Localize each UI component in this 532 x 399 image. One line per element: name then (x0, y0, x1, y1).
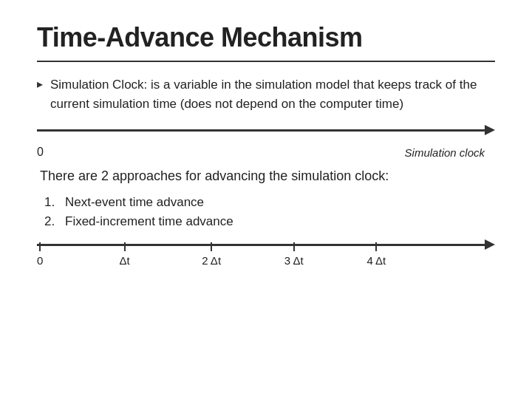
timeline2-line (37, 244, 485, 246)
timeline1: 0 Simulation clock (37, 125, 495, 146)
list-item: 1. Next-event time advance (44, 195, 495, 210)
tick-label-0: 0 (37, 254, 43, 267)
approaches-section: There are 2 approaches for advancing the… (37, 166, 495, 229)
timeline1-line (37, 129, 485, 132)
bullet-icon: ▸ (37, 77, 43, 91)
tick-1: Δt (120, 242, 130, 267)
tick-line-3 (293, 242, 295, 251)
tick-4: 4 Δt (366, 242, 386, 267)
list-item-2-text: Fixed-increment time advance (65, 214, 233, 229)
tick-label-1: Δt (120, 254, 130, 267)
tick-line-1 (124, 242, 126, 251)
tick-label-3: 3 Δt (284, 254, 304, 267)
tick-line-0 (39, 242, 41, 251)
tick-0: 0 (37, 242, 43, 267)
tick-2: 2 Δt (202, 242, 221, 267)
tick-label-4: 4 Δt (366, 254, 386, 267)
tick-line-2 (211, 242, 212, 251)
slide-title: Time-Advance Mechanism (37, 22, 495, 53)
tick-line-4 (375, 242, 377, 251)
list-num-1: 1. (44, 195, 65, 210)
timeline1-arrow (37, 125, 495, 135)
timeline1-label: Simulation clock (405, 146, 485, 159)
tick-label-2: 2 Δt (202, 254, 221, 267)
title-divider (37, 61, 495, 62)
timeline1-arrowhead (485, 125, 495, 135)
list-item-1-text: Next-event time advance (65, 195, 204, 210)
timeline2-arrowhead (485, 239, 495, 250)
bullet-text: Simulation Clock: is a variable in the s… (50, 75, 495, 113)
timeline2: 0 Δt 2 Δt 3 Δt 4 Δt (37, 239, 495, 276)
list-item: 2. Fixed-increment time advance (44, 214, 495, 229)
approaches-text: There are 2 approaches for advancing the… (40, 166, 495, 186)
timeline1-zero: 0 (37, 146, 44, 159)
tick-3: 3 Δt (284, 242, 304, 267)
numbered-list: 1. Next-event time advance 2. Fixed-incr… (44, 195, 495, 229)
bullet-row: ▸ Simulation Clock: is a variable in the… (37, 75, 495, 113)
list-num-2: 2. (44, 214, 65, 229)
timeline2-arrow (37, 239, 495, 250)
slide: Time-Advance Mechanism ▸ Simulation Cloc… (0, 0, 532, 399)
